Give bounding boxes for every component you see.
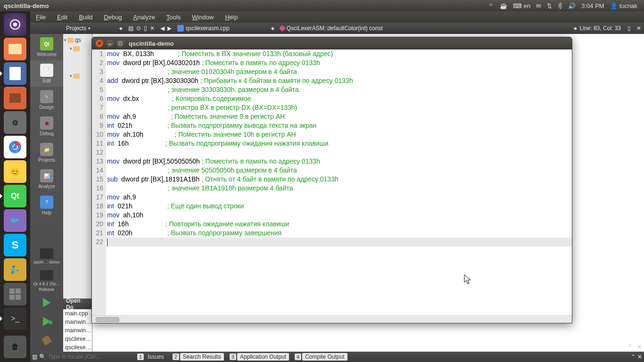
open-doc-item[interactable]: qscilexe… [63, 343, 92, 352]
files-icon[interactable] [4, 38, 26, 60]
pidgin-icon[interactable]: 🐦 [4, 209, 26, 232]
output-tab-search[interactable]: 2Search Results [171, 353, 226, 361]
split-editor-icon[interactable]: ▯ [625, 25, 634, 32]
minimize-output-icon[interactable]: ⌃ [627, 343, 633, 351]
nav-back-icon[interactable]: ◀ [160, 25, 165, 32]
mode-edit[interactable]: 📄Edit [30, 60, 63, 87]
nav-fwd-icon[interactable]: ▶ [167, 25, 172, 32]
folder-icon [73, 74, 80, 79]
mode-debug[interactable]: 🐞Debug [30, 113, 63, 140]
split-icon[interactable]: ▯ [144, 25, 147, 32]
emoji-app-icon[interactable]: 😊 [4, 160, 26, 183]
open-doc-item[interactable]: mainwin… [63, 326, 92, 335]
close-output-icon[interactable]: ✕ [636, 343, 642, 351]
open-doc-item[interactable]: qscilexe… [63, 335, 92, 343]
menu-help[interactable]: Help [225, 14, 238, 21]
text-editor-icon[interactable] [4, 62, 26, 85]
maximize-icon[interactable] [116, 40, 124, 47]
folder-icon [73, 46, 80, 51]
demo-window-title: qscintilla-demo [129, 40, 173, 47]
code-editor[interactable]: 12345678910111213141516171819202122 mov … [92, 49, 572, 315]
locator[interactable]: 🔍 [39, 354, 133, 360]
dash-icon[interactable] [4, 13, 26, 36]
output-collapse-icon[interactable]: ⌃ [631, 354, 636, 360]
projects-sidebar: ▾qs ▾ ▾ Open Do main.cpp mainwin… mainwi… [63, 34, 92, 352]
cup-indicator[interactable]: ☕ [500, 2, 507, 9]
open-documents-list[interactable]: main.cpp mainwin… mainwin… qscilexe… qsc… [63, 309, 92, 352]
trash-icon[interactable]: 🗑 [4, 336, 26, 358]
genie-icon[interactable]: 🧞 [4, 258, 26, 281]
menu-edit[interactable]: Edit [57, 14, 67, 21]
network-indicator[interactable]: ⇅ [547, 2, 552, 9]
close-icon[interactable] [96, 40, 103, 47]
messages-indicator[interactable]: ✉ [536, 2, 541, 9]
menu-window[interactable]: Window [192, 14, 214, 21]
locator-input[interactable] [48, 354, 124, 360]
line-col-indicator[interactable]: Line: 83, Col: 33 [580, 25, 625, 32]
clock[interactable]: 3:04 PM [581, 2, 604, 9]
open-documents-panel: Open Do main.cpp mainwin… mainwin… qscil… [63, 298, 92, 352]
code-area[interactable]: mov BX, 0133h ; Поместить в BX значение … [106, 49, 572, 315]
build-button[interactable] [30, 331, 63, 350]
window-title: qscintilla-demo [4, 2, 49, 9]
symbol-icon [279, 25, 286, 32]
unity-launcher: ⚙ 😊 Qt 🐦 S 🧞 >_ 🗑 [0, 11, 30, 362]
svg-point-1 [13, 23, 17, 26]
menu-file[interactable]: File [36, 14, 46, 21]
close-pane-icon[interactable]: ✕ [150, 25, 155, 32]
menu-tools[interactable]: Tools [166, 14, 181, 21]
sync-icon[interactable]: ⊙ [136, 25, 141, 32]
menu-debug[interactable]: Debug [104, 14, 122, 21]
demo-title-bar[interactable]: qscintilla-demo [92, 37, 572, 49]
bluetooth-indicator[interactable] [558, 2, 562, 9]
mode-welcome[interactable]: QtWelcome [30, 34, 63, 60]
qt-creator-icon[interactable]: Qt [4, 185, 26, 207]
settings-icon[interactable]: ⚙ [4, 111, 26, 134]
output-close-icon[interactable]: ✕ [637, 354, 642, 360]
close-doc-icon[interactable]: ✕ [634, 25, 644, 32]
output-tab-app-output[interactable]: 3Application Output [228, 353, 291, 361]
scrollbar-thumb[interactable] [96, 317, 119, 322]
dropbox-indicator[interactable] [487, 2, 494, 9]
filter-icon[interactable]: ▤ [128, 25, 133, 32]
minimize-icon[interactable] [106, 40, 114, 47]
projects-selector[interactable]: Projects ▾ [66, 25, 91, 32]
menu-bar: File Edit Build Debug Analyze Tools Wind… [30, 11, 644, 23]
system-menu-bar: qscintilla-demo ☕ ⌨ en ✉ ⇅ 🔊 3:04 PM 👤 t… [0, 0, 644, 11]
output-bar: ▥ 🔍 1Issues 2Search Results 3Application… [30, 352, 644, 362]
file-tab[interactable]: qscilexerasm.cpp ◆ [174, 23, 277, 34]
output-tab-compile[interactable]: 4Compile Output [293, 353, 349, 361]
project-tree[interactable]: ▾qs ▾ ▾ [63, 34, 92, 298]
line-number-gutter: 12345678910111213141516171819202122 [92, 49, 106, 315]
mode-projects[interactable]: 📁Projects [30, 140, 63, 166]
svg-rect-5 [119, 42, 122, 45]
open-doc-item[interactable]: main.cpp [63, 309, 92, 318]
mode-analyze[interactable]: 📊Analyze [30, 166, 63, 192]
output-tab-issues[interactable]: 1Issues [135, 353, 169, 361]
menu-analyze[interactable]: Analyze [133, 14, 155, 21]
symbol-selector[interactable]: QsciLexerASM::defaultColor(int) const ◆ [277, 23, 580, 34]
terminal-icon[interactable]: >_ [4, 307, 26, 330]
workspace-switcher-icon[interactable] [4, 283, 26, 305]
volume-indicator[interactable]: 🔊 [568, 2, 576, 9]
build-config-selector[interactable]: Qt 4.8.1 (Sy…Release [30, 269, 63, 293]
folder-icon [67, 38, 74, 43]
debug-run-button[interactable] [30, 312, 63, 331]
svg-point-4 [13, 145, 17, 149]
toggle-sidebar-icon[interactable]: ▥ [32, 354, 37, 360]
open-doc-item[interactable]: mainwin… [63, 318, 92, 326]
menu-build[interactable]: Build [79, 14, 92, 21]
kit-selector[interactable]: qscin…-demo [30, 244, 63, 269]
user-menu[interactable]: 👤 tucnak [610, 2, 637, 9]
qscintilla-demo-window: qscintilla-demo 123456789101112131415161… [91, 37, 572, 323]
open-documents-header[interactable]: Open Do [63, 299, 92, 309]
chrome-icon[interactable] [4, 136, 26, 158]
run-button[interactable] [30, 293, 63, 312]
software-center-icon[interactable] [4, 87, 26, 109]
keyboard-indicator[interactable]: ⌨ en [513, 2, 530, 9]
horizontal-scrollbar[interactable] [92, 315, 572, 323]
editor-toolbar: Projects ▾ ◆ ▤ ⊙ ▯ ✕ ◀ ▶ qscilexerasm.cp… [30, 23, 644, 34]
mode-help[interactable]: ?Help [30, 192, 63, 219]
skype-icon[interactable]: S [4, 234, 26, 256]
mode-design[interactable]: ✎Design [30, 87, 63, 113]
